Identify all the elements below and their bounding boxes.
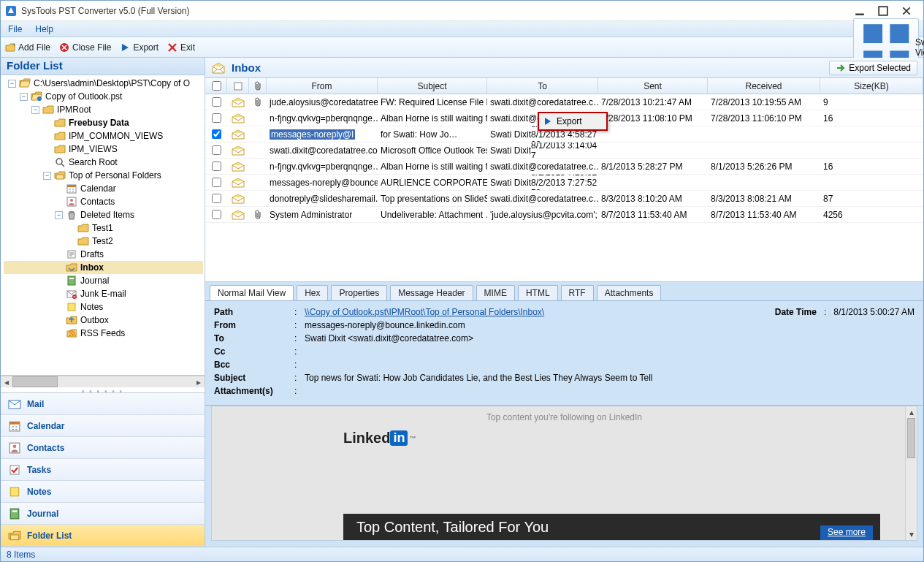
body-v-scrollbar[interactable]: ▴ ▾ (905, 406, 917, 540)
scroll-thumb[interactable] (907, 418, 915, 458)
col-checkbox[interactable] (205, 78, 227, 94)
tab-html[interactable]: HTML (518, 285, 558, 300)
nav-item-tasks[interactable]: Tasks (1, 459, 205, 481)
meta-from-label: From (214, 320, 294, 330)
col-received[interactable]: Received (708, 78, 820, 94)
tree-item[interactable]: Contacts (4, 195, 203, 208)
collapse-icon[interactable]: − (31, 106, 39, 114)
col-size[interactable]: Size(KB) (820, 78, 923, 94)
meta-path-value[interactable]: \\Copy of Outlook.pst\IPMRoot\Top of Per… (305, 307, 544, 317)
nav-item-label: Contacts (27, 443, 64, 453)
mail-row[interactable]: donotreply@slidesharemail.…Top presentat… (205, 191, 923, 207)
menu-help[interactable]: Help (35, 24, 53, 34)
drafts-icon (66, 249, 77, 259)
collapse-icon[interactable]: − (43, 172, 51, 180)
row-checkbox[interactable] (212, 113, 221, 123)
tree-item[interactable]: IPM_COMMON_VIEWS (4, 129, 203, 143)
tab-properties[interactable]: Properties (331, 285, 387, 300)
tree-item-label: RSS Feeds (79, 328, 126, 338)
splitter-grip[interactable]: • • • • • • (1, 387, 205, 393)
row-checkbox[interactable] (212, 178, 221, 187)
tree-item[interactable]: −Deleted Items (4, 208, 203, 221)
tab-mime[interactable]: MIME (476, 285, 515, 300)
collapse-icon[interactable]: − (55, 211, 63, 219)
scroll-right-icon[interactable]: ▸ (193, 376, 205, 388)
tree-item[interactable]: RSS Feeds (4, 327, 203, 340)
tab-attachments[interactable]: Attachments (597, 285, 662, 300)
close-button[interactable] (901, 6, 912, 16)
tree-item[interactable]: Freebusy Data (4, 116, 203, 129)
cell-from: donotreply@slidesharemail.… (267, 191, 378, 206)
scroll-up-icon[interactable]: ▴ (906, 406, 917, 418)
tree-item[interactable]: Search Root (4, 156, 203, 169)
tree-item[interactable]: IPM_VIEWS (4, 143, 203, 156)
collapse-icon[interactable]: − (8, 80, 16, 88)
row-checkbox[interactable] (212, 97, 221, 107)
scroll-down-icon[interactable]: ▾ (906, 528, 917, 540)
tree-item[interactable]: −Top of Personal Folders (4, 169, 203, 182)
row-checkbox[interactable] (212, 210, 221, 219)
tree-item[interactable]: Test1 (4, 221, 203, 235)
col-sent[interactable]: Sent (598, 78, 708, 94)
menu-file[interactable]: File (8, 24, 22, 34)
tree-item-label: Journal (79, 276, 110, 286)
scroll-left-icon[interactable]: ◂ (1, 376, 12, 388)
svg-text:+: + (12, 42, 15, 48)
export-button[interactable]: Export (120, 42, 159, 53)
tree-item[interactable]: Notes (4, 300, 203, 314)
col-to[interactable]: To (487, 78, 598, 94)
tree-item[interactable]: Test2 (4, 235, 203, 248)
select-all-checkbox[interactable] (212, 81, 221, 91)
tree-item[interactable]: Journal (4, 274, 203, 287)
col-subject[interactable]: Subject (378, 78, 487, 94)
row-checkbox[interactable] (212, 145, 221, 155)
maximize-button[interactable] (878, 6, 888, 16)
scroll-thumb[interactable] (12, 376, 58, 387)
see-more-link[interactable]: See more (820, 525, 873, 540)
add-file-button[interactable]: + Add File (5, 42, 50, 53)
tree-item[interactable]: −C:\Users\admin\Desktop\PST\Copy of O (4, 77, 203, 90)
mail-row[interactable]: n-fjngv.qvkvg=pberqnqnge…Alban Horne is … (205, 159, 923, 175)
tree-item[interactable]: Calendar (4, 182, 203, 195)
tree-item[interactable]: Inbox (4, 261, 203, 274)
search-icon (54, 157, 66, 167)
export-selected-button[interactable]: Export Selected (829, 61, 917, 75)
folder-tree[interactable]: −C:\Users\admin\Desktop\PST\Copy of O−Co… (1, 75, 205, 341)
tab-normal-mail-view[interactable]: Normal Mail View (210, 285, 294, 300)
tab-rtf[interactable]: RTF (561, 285, 594, 300)
tree-item[interactable]: Drafts (4, 248, 203, 261)
tree-item[interactable]: −Copy of Outlook.pst (4, 90, 203, 103)
mail-row[interactable]: messages-noreply@bounce.…AURLIENCE CORPO… (205, 175, 923, 191)
nav-item-calendar[interactable]: Calendar (1, 415, 205, 437)
cell-sent: 8/1/2013 5:28:27 PM (598, 159, 708, 174)
row-checkbox[interactable] (212, 162, 221, 171)
nav-item-mail[interactable]: Mail (1, 393, 205, 415)
svg-point-23 (69, 335, 71, 336)
nav-item-journal[interactable]: Journal (1, 503, 205, 525)
meta-to-label: To (214, 333, 294, 343)
minimize-button[interactable] (855, 6, 865, 16)
close-file-button[interactable]: Close File (59, 42, 111, 53)
tree-item-label: Freebusy Data (67, 118, 131, 128)
meta-from-value: messages-noreply@bounce.linkedin.com (305, 320, 915, 330)
row-checkbox[interactable] (212, 194, 221, 203)
tree-item[interactable]: −IPMRoot (4, 103, 203, 116)
mail-row[interactable]: jude.aloysius@coredatatree…FW: Required … (205, 94, 923, 110)
mail-row[interactable]: System AdministratorUndeliverable: Attac… (205, 207, 923, 223)
tree-item[interactable]: Outbox (4, 314, 203, 327)
row-checkbox[interactable] (212, 129, 221, 139)
meta-cc-label: Cc (214, 346, 294, 357)
tree-h-scrollbar[interactable]: ◂ ▸ (1, 376, 205, 387)
tab-hex[interactable]: Hex (297, 285, 328, 300)
mail-row[interactable]: swati.dixit@coredatatree.comMicrosoft Of… (205, 143, 923, 159)
nav-item-notes[interactable]: Notes (1, 481, 205, 503)
tree-item[interactable]: Junk E-mail (4, 287, 203, 300)
collapse-icon[interactable]: − (20, 93, 28, 101)
nav-item-contacts[interactable]: Contacts (1, 437, 205, 459)
context-export[interactable]: Export (539, 113, 606, 129)
exit-button[interactable]: Exit (167, 42, 195, 53)
attachment-icon (249, 126, 267, 142)
tab-message-header[interactable]: Message Header (390, 285, 473, 300)
col-from[interactable]: From (267, 78, 378, 94)
nav-item-folder-list[interactable]: Folder List (1, 525, 205, 547)
